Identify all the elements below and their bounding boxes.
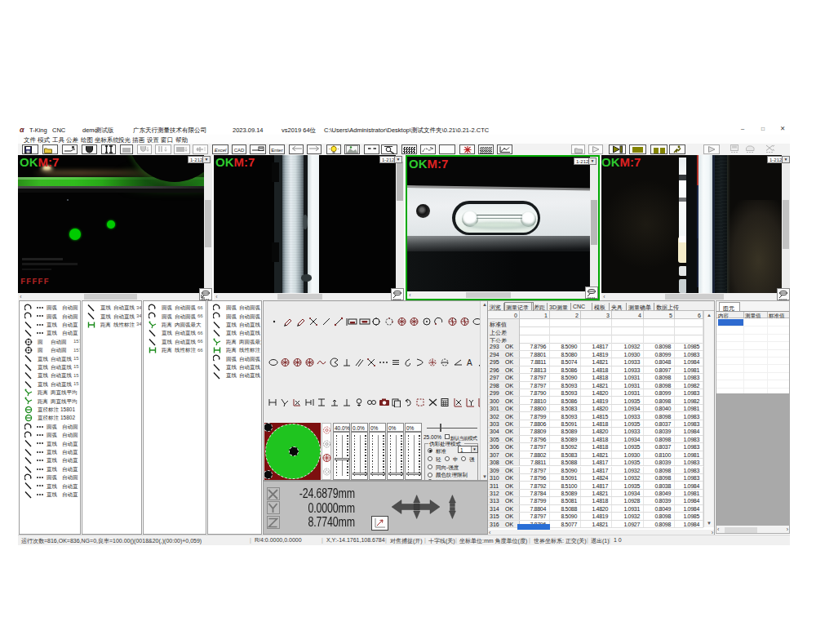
svg-text:A: A — [467, 358, 472, 367]
